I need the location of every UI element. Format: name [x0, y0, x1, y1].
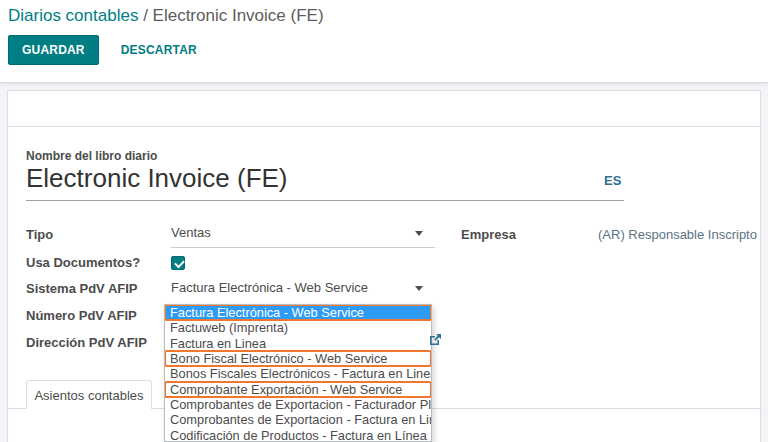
action-buttons: GUARDAR DESCARTAR: [8, 35, 203, 65]
field-label-direccion-pdv: Dirección PdV AFIP: [26, 335, 147, 350]
tipo-select[interactable]: Ventas: [171, 223, 435, 248]
field-label-tipo: Tipo: [26, 227, 53, 242]
field-label-usa-documentos: Usa Documentos?: [26, 255, 140, 270]
dropdown-option[interactable]: Comprobantes de Exportacion - Factura en…: [165, 412, 431, 427]
empresa-value[interactable]: (AR) Responsable Inscripto: [598, 227, 757, 242]
dropdown-option[interactable]: Factura Electrónica - Web Service: [165, 305, 431, 320]
dropdown-option[interactable]: Comprobante Exportación - Web Service: [165, 382, 431, 397]
journal-name-input[interactable]: Electronic Invoice (FE): [26, 163, 624, 201]
field-label-sistema-pdv: Sistema PdV AFIP: [26, 281, 138, 296]
sistema-pdv-select-value: Factura Electrónica - Web Service: [171, 280, 368, 295]
breadcrumb-parent-link[interactable]: Diarios contables: [8, 6, 138, 25]
save-button[interactable]: GUARDAR: [8, 35, 99, 65]
control-panel: Diarios contables / Electronic Invoice (…: [0, 0, 768, 83]
translation-badge[interactable]: ES: [604, 173, 621, 188]
tab-asientos-contables[interactable]: Asientos contables: [26, 380, 152, 409]
dropdown-option[interactable]: Bono Fiscal Electrónico - Web Service: [165, 351, 431, 366]
journal-name-label: Nombre del libro diario: [26, 149, 157, 163]
dropdown-option[interactable]: Bonos Fiscales Electrónicos - Factura en…: [165, 366, 431, 381]
breadcrumb: Diarios contables / Electronic Invoice (…: [8, 6, 324, 26]
field-label-numero-pdv: Número PdV AFIP: [26, 308, 137, 323]
tipo-select-value: Ventas: [171, 225, 211, 240]
dropdown-option[interactable]: Factuweb (Imprenta): [165, 320, 431, 335]
external-link-icon[interactable]: [429, 332, 442, 350]
dropdown-option[interactable]: Codificación de Productos - Factura en L…: [165, 428, 431, 442]
form-statusbar: [7, 90, 761, 127]
discard-button[interactable]: DESCARTAR: [115, 36, 203, 64]
dropdown-option[interactable]: Comprobantes de Exportacion - Facturador…: [165, 397, 431, 412]
breadcrumb-current: Electronic Invoice (FE): [153, 6, 324, 25]
breadcrumb-separator: /: [138, 6, 152, 25]
dropdown-option[interactable]: Factura en Linea: [165, 336, 431, 351]
chevron-down-icon: [415, 286, 423, 291]
chevron-down-icon: [415, 231, 423, 236]
sistema-pdv-select[interactable]: Factura Electrónica - Web Service: [171, 278, 435, 303]
field-label-empresa: Empresa: [461, 227, 516, 242]
sistema-pdv-dropdown-menu: Factura Electrónica - Web Service Factuw…: [164, 304, 432, 442]
usa-documentos-checkbox[interactable]: [171, 256, 185, 270]
